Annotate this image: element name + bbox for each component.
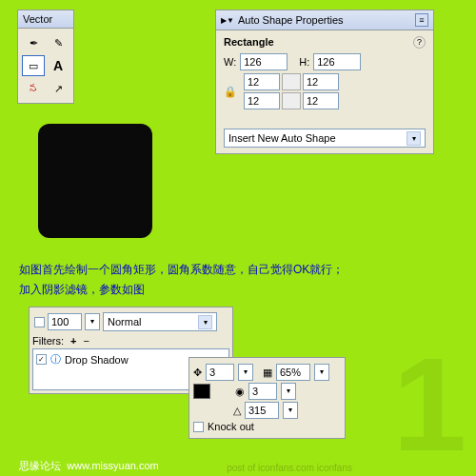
- watermark: post of iconfans.com iconfans: [227, 463, 352, 473]
- dropdown-label: Insert New Auto Shape: [228, 132, 336, 144]
- vector-titlebar[interactable]: Vector: [18, 10, 73, 29]
- op-slider-icon[interactable]: ▾: [314, 364, 329, 381]
- angle-slider-icon[interactable]: ▾: [283, 402, 298, 419]
- corner-tr-input[interactable]: [303, 73, 339, 90]
- distance-input[interactable]: [206, 364, 234, 381]
- dist-slider-icon[interactable]: ▾: [238, 364, 253, 381]
- remove-filter-button[interactable]: −: [84, 335, 89, 347]
- instruction-line1: 如图首先绘制一个圆角矩形，圆角系数随意，自己觉得OK就行；: [19, 262, 344, 278]
- height-input[interactable]: [313, 53, 361, 70]
- help-icon[interactable]: ?: [413, 36, 426, 49]
- filter-name: Drop Shadow: [65, 354, 129, 366]
- insert-shape-dropdown[interactable]: Insert New Auto Shape ▾: [224, 129, 426, 148]
- pen2-tool[interactable]: ✎: [47, 32, 69, 53]
- opacity-slider-icon[interactable]: ▾: [85, 313, 100, 330]
- dropdown-arrow-icon: ▾: [407, 131, 421, 146]
- pen-tool[interactable]: ✒: [22, 32, 45, 53]
- corner-type-icon[interactable]: [282, 73, 301, 90]
- knockout-label: Knock out: [208, 421, 254, 432]
- footer: 思缘论坛 www.missyuan.com: [19, 459, 159, 473]
- visible-checkbox[interactable]: [34, 317, 45, 327]
- softness-input[interactable]: [248, 383, 277, 400]
- height-label: H:: [299, 56, 309, 68]
- corner-tl-input[interactable]: [244, 73, 280, 90]
- collapse-icon[interactable]: ▶▼: [221, 16, 234, 25]
- instruction-line2: 加入阴影滤镜，参数如图: [19, 282, 145, 298]
- color-swatch[interactable]: [193, 384, 210, 399]
- add-filter-button[interactable]: +: [70, 335, 76, 347]
- arrow-tool[interactable]: ↗: [47, 78, 69, 99]
- soft-icon: ◉: [235, 386, 245, 398]
- width-label: W:: [224, 56, 236, 68]
- shadow-settings-panel: ✥ ▾ ▦ ▾ ◉ ▾ △ ▾ Knock out: [188, 357, 346, 439]
- angle-input[interactable]: [245, 402, 279, 419]
- props-title: Auto Shape Properties: [238, 14, 344, 26]
- knockout-checkbox[interactable]: [193, 422, 204, 432]
- info-icon: ⓘ: [50, 352, 61, 367]
- opacity-input[interactable]: [48, 313, 82, 330]
- corner-type2-icon[interactable]: [282, 92, 301, 109]
- vector-panel: Vector ✒ ✎ ▭ A న ↗: [17, 10, 74, 104]
- blend-arrow-icon: ▾: [198, 315, 212, 329]
- text-tool[interactable]: A: [47, 55, 69, 76]
- angle-icon: △: [233, 405, 241, 417]
- filters-label: Filters:: [32, 335, 64, 347]
- move-icon: ✥: [193, 367, 202, 379]
- shape-name: Rectangle: [224, 36, 426, 48]
- alpha-icon: ▦: [263, 367, 272, 379]
- soft-slider-icon[interactable]: ▾: [281, 383, 296, 400]
- corner-bl-input[interactable]: [244, 92, 280, 109]
- lock-icon[interactable]: 🔒: [224, 86, 237, 98]
- blend-dropdown[interactable]: Normal ▾: [103, 312, 217, 331]
- autoshape-panel: ▶▼ Auto Shape Properties ≡ ? Rectangle W…: [215, 10, 434, 154]
- blend-label: Normal: [108, 316, 141, 327]
- props-titlebar[interactable]: ▶▼ Auto Shape Properties ≡: [216, 10, 433, 30]
- freeform-tool[interactable]: న: [22, 78, 45, 99]
- shadow-opacity-input[interactable]: [276, 364, 310, 381]
- panel-menu-icon[interactable]: ≡: [415, 13, 428, 27]
- rounded-rect-preview: [38, 124, 152, 238]
- rect-tool[interactable]: ▭: [22, 55, 45, 76]
- width-input[interactable]: [240, 53, 288, 70]
- filter-checkbox[interactable]: ✓: [36, 354, 47, 365]
- corner-br-input[interactable]: [303, 92, 339, 109]
- vector-title: Vector: [23, 13, 52, 25]
